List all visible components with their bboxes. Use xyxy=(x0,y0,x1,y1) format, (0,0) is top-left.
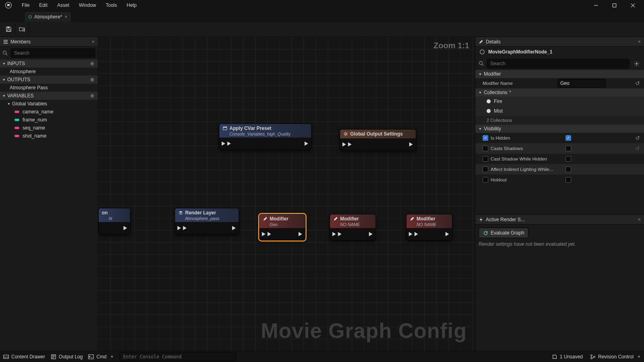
add-output-button[interactable]: ⊕ xyxy=(89,76,95,83)
node-render-layer[interactable]: Render Layer Atmosphere_pass xyxy=(175,208,239,234)
svg-rect-6 xyxy=(4,41,8,42)
browse-button[interactable] xyxy=(16,23,29,35)
output-port[interactable] xyxy=(445,231,450,237)
details-close-button[interactable]: × xyxy=(638,39,641,45)
affect-indirect-label: Affect Indirect Lighting While... xyxy=(491,167,563,172)
cast-shadow-hidden-override-checkbox[interactable] xyxy=(483,156,488,162)
menu-file[interactable]: File xyxy=(18,1,33,10)
global-variables-header[interactable]: ▼ Global Variables xyxy=(0,100,98,108)
input-port[interactable] xyxy=(342,142,353,147)
node-subtitle: ht xyxy=(109,216,127,221)
visibility-category-header[interactable]: ▼Visibility xyxy=(475,125,644,133)
evaluate-graph-button[interactable]: Evaluate Graph xyxy=(479,228,528,238)
input-port[interactable] xyxy=(221,141,232,146)
collection-item-fire[interactable]: Fire xyxy=(475,97,644,106)
casts-shadows-value-checkbox[interactable] xyxy=(566,146,571,151)
output-port[interactable] xyxy=(231,225,237,231)
graph-canvas[interactable]: Zoom 1:1 Movie Graph Config Apply CVar P… xyxy=(98,37,475,351)
cmd-dropdown[interactable]: Cmd▼ xyxy=(88,354,114,360)
bullet-icon xyxy=(487,109,491,113)
evaluate-graph-label: Evaluate Graph xyxy=(491,230,524,236)
node-fragment[interactable]: on ht xyxy=(98,208,130,234)
cast-shadow-hidden-value-checkbox[interactable] xyxy=(566,156,571,162)
save-button[interactable] xyxy=(2,23,15,35)
members-search-row xyxy=(0,47,98,60)
active-render-settings-close-button[interactable]: × xyxy=(638,217,641,222)
asset-tab-atmosphere[interactable]: Atmosphere* × xyxy=(24,11,72,22)
output-port[interactable] xyxy=(368,231,374,237)
menu-tools[interactable]: Tools xyxy=(102,1,121,10)
input-port[interactable] xyxy=(177,225,188,231)
add-input-button[interactable]: ⊕ xyxy=(89,60,95,67)
svg-point-15 xyxy=(480,218,482,220)
is-hidden-override-checkbox[interactable] xyxy=(483,135,488,141)
add-variable-button[interactable]: ⊕ xyxy=(89,93,95,99)
is-hidden-value-checkbox[interactable] xyxy=(566,135,571,141)
input-item-atmosphere[interactable]: Atmosphere xyxy=(0,68,98,76)
output-port[interactable] xyxy=(304,141,310,146)
node-title: Render Layer xyxy=(185,210,216,216)
outputs-section-header[interactable]: ▼ OUTPUTS ⊕ xyxy=(0,76,98,84)
variables-section-header[interactable]: ▼ VARIABLES ⊕ xyxy=(0,92,98,100)
node-subtitle: NO NAME xyxy=(417,222,449,227)
members-tab[interactable]: Members × xyxy=(0,37,98,47)
collection-item-mist[interactable]: Mist xyxy=(475,106,644,116)
tab-close-button[interactable]: × xyxy=(64,14,67,20)
menu-edit[interactable]: Edit xyxy=(35,1,52,10)
output-port[interactable] xyxy=(409,142,414,147)
variable-item-frame_num[interactable]: frame_num xyxy=(0,116,98,124)
content-drawer-button[interactable]: Content Drawer xyxy=(3,354,45,360)
output-log-label: Output Log xyxy=(59,354,83,360)
menu-help[interactable]: Help xyxy=(123,1,141,10)
affect-indirect-override-checkbox[interactable] xyxy=(483,167,488,172)
window-minimize-button[interactable] xyxy=(587,0,605,10)
menu-window[interactable]: Window xyxy=(75,1,100,10)
affect-indirect-value-checkbox[interactable] xyxy=(566,167,571,172)
members-search-input[interactable] xyxy=(10,48,95,58)
input-port[interactable] xyxy=(408,231,419,237)
variable-item-seq_name[interactable]: seq_name xyxy=(0,124,98,132)
active-render-settings-tab[interactable]: Active Render S... × xyxy=(475,215,644,224)
variable-item-shot_name[interactable]: shot_name xyxy=(0,132,98,140)
details-search-input[interactable] xyxy=(487,59,630,68)
svg-rect-1 xyxy=(613,4,616,7)
holdout-value-checkbox[interactable] xyxy=(566,177,571,183)
pencil-icon xyxy=(263,216,268,221)
variable-item-camera_name[interactable]: camera_name xyxy=(0,108,98,116)
main-menu: File Edit Asset Window Tools Help xyxy=(18,1,140,10)
inputs-section-header[interactable]: ▼ INPUTS ⊕ xyxy=(0,60,98,68)
svg-rect-10 xyxy=(223,127,227,128)
modifier-name-input[interactable] xyxy=(557,79,606,88)
details-settings-button[interactable] xyxy=(632,59,641,68)
window-close-button[interactable] xyxy=(624,0,642,10)
reset-casts-shadows-button[interactable]: ↺ xyxy=(635,145,640,152)
reset-modifier-name-button[interactable]: ↺ xyxy=(635,80,640,86)
output-port[interactable] xyxy=(298,231,303,237)
content-drawer-label: Content Drawer xyxy=(11,354,45,360)
node-global-output-settings[interactable]: Global Output Settings xyxy=(340,129,416,151)
members-close-button[interactable]: × xyxy=(92,39,95,45)
console-command-input[interactable] xyxy=(120,352,236,362)
unsaved-label: 1 Unsaved xyxy=(560,354,583,360)
unsaved-indicator[interactable]: 1 Unsaved xyxy=(552,354,583,360)
output-log-button[interactable]: Output Log xyxy=(51,354,83,360)
node-modifier-noname-2[interactable]: Modifier NO NAME xyxy=(406,214,452,241)
window-maximize-button[interactable] xyxy=(605,0,623,10)
node-modifier-geo[interactable]: Modifier Geo xyxy=(259,214,305,241)
modifier-category-header[interactable]: ▼Modifier xyxy=(475,70,644,78)
output-item-atmosphere-pass[interactable]: Atmosphere Pass xyxy=(0,84,98,92)
output-port[interactable] xyxy=(123,225,128,231)
reset-is-hidden-button[interactable]: ↺ xyxy=(635,135,640,141)
status-bar: Content Drawer Output Log Cmd▼ 1 Unsaved… xyxy=(0,351,644,362)
revision-control-button[interactable]: Revision Control▼ xyxy=(590,354,641,360)
svg-point-19 xyxy=(591,354,592,356)
menu-asset[interactable]: Asset xyxy=(53,1,73,10)
holdout-override-checkbox[interactable] xyxy=(483,177,488,183)
input-port[interactable] xyxy=(261,231,272,237)
node-apply-cvar-preset[interactable]: Apply CVar Preset Console_Variables_high… xyxy=(219,123,312,150)
casts-shadows-override-checkbox[interactable] xyxy=(483,146,488,151)
input-port[interactable] xyxy=(332,231,343,237)
details-tab[interactable]: Details × xyxy=(475,37,644,47)
collections-category-header[interactable]: ▼ Collections xyxy=(475,88,644,97)
node-modifier-noname-1[interactable]: Modifier NO NAME xyxy=(330,214,376,241)
